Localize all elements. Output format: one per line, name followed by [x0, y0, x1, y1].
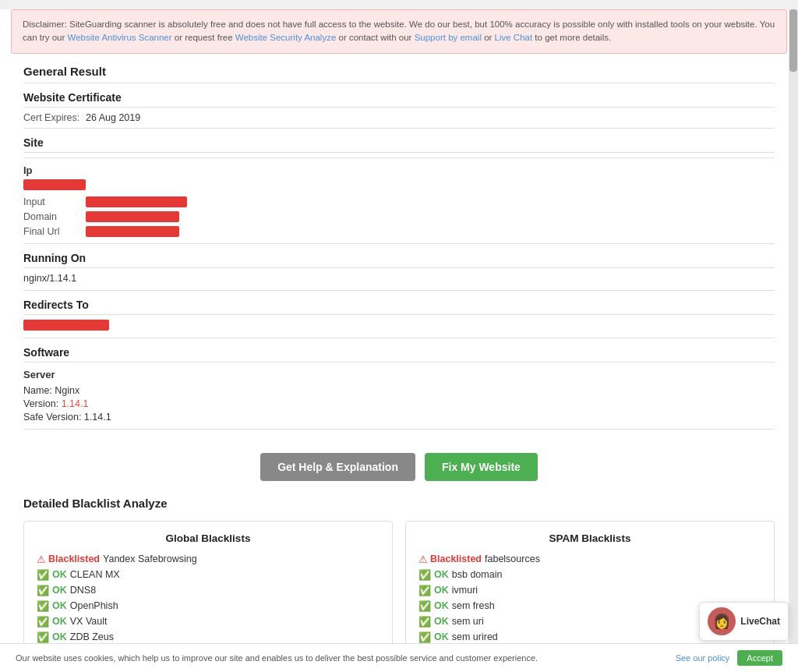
spam-warning-icon: ⚠	[418, 554, 428, 565]
site-title: Site	[23, 136, 775, 153]
running-on-title: Running On	[23, 252, 775, 268]
divider-1	[23, 83, 775, 83]
antivirus-scanner-link[interactable]: Website Antivirus Scanner	[68, 33, 172, 42]
final-url-row: Final Url	[23, 226, 775, 237]
ok-label: OK	[52, 569, 67, 580]
cookie-accept-button[interactable]: Accept	[737, 650, 782, 666]
item-name: DNS8	[70, 585, 96, 596]
divider-2	[23, 128, 775, 129]
cookie-policy-link[interactable]: See our policy	[676, 653, 730, 663]
ok-icon: ✅	[418, 616, 431, 628]
divider-4	[23, 243, 775, 244]
running-on-value: nginx/1.14.1	[23, 273, 775, 284]
input-row: Input	[23, 196, 775, 207]
server-version-value: 1.14.1	[62, 398, 89, 409]
redirects-to-title: Redirects To	[23, 299, 775, 315]
global-blacklisted-name: Yandex Safebrowsing	[103, 554, 197, 564]
ok-label: OK	[52, 600, 67, 611]
item-name: sem fresh	[452, 600, 495, 611]
divider-7	[23, 429, 775, 430]
disclaimer-mid1: or request free	[172, 33, 235, 42]
livechat-avatar: 👩	[708, 607, 736, 635]
list-item: ✅OKbsb domain	[418, 569, 761, 581]
item-name: ivmuri	[452, 585, 478, 596]
running-on-section: Running On nginx/1.14.1	[23, 252, 775, 284]
list-item: ✅OKOpenPhish	[37, 600, 380, 612]
scrollbar-thumb[interactable]	[789, 9, 797, 72]
security-analyze-link[interactable]: Website Security Analyze	[235, 33, 337, 42]
divider-5	[23, 290, 775, 291]
input-redacted	[86, 196, 187, 207]
item-name: sem uri	[452, 616, 484, 627]
ok-icon: ✅	[418, 569, 431, 581]
domain-redacted	[86, 211, 179, 222]
ok-label: OK	[434, 569, 449, 580]
server-safe-version-label: Safe Version:	[23, 412, 81, 423]
live-chat-link[interactable]: Live Chat	[495, 33, 533, 42]
server-label: Server	[23, 369, 775, 380]
detailed-blacklist-title: Detailed Blacklist Analyze	[23, 497, 775, 510]
server-safe-version-value: 1.14.1	[84, 412, 111, 423]
cert-expires-row: Cert Expires: 26 Aug 2019	[23, 112, 775, 123]
ok-label: OK	[434, 631, 449, 642]
list-item: ✅OKVX Vault	[37, 616, 380, 628]
final-url-redacted	[86, 226, 179, 237]
software-title: Software	[23, 346, 775, 363]
disclaimer-end: to get more details.	[532, 33, 611, 42]
server-version-label: Version:	[23, 398, 58, 409]
divider-6	[23, 338, 775, 338]
website-certificate-title: Website Certificate	[23, 91, 775, 108]
livechat-label: LiveChat	[740, 616, 780, 627]
ip-label: Ip	[23, 164, 775, 176]
ok-label: OK	[434, 585, 449, 596]
domain-row: Domain	[23, 211, 775, 222]
global-blacklist-title: Global Blacklists	[37, 532, 380, 544]
cert-expires-value: 26 Aug 2019	[86, 112, 140, 123]
global-warning-icon: ⚠	[37, 554, 46, 565]
redirects-to-redacted	[23, 320, 109, 331]
software-section: Software Server Name: Nginx Version: 1.1…	[23, 346, 775, 423]
global-blacklisted-row: ⚠ Blacklisted Yandex Safebrowsing	[37, 554, 380, 565]
ok-icon: ✅	[37, 569, 49, 581]
server-section: Server Name: Nginx Version: 1.14.1 Safe …	[23, 369, 775, 423]
spam-blacklisted-label: Blacklisted	[430, 554, 482, 564]
ok-label: OK	[52, 631, 67, 642]
item-name: VX Vault	[70, 616, 108, 627]
spam-blacklist-title: SPAM Blacklists	[418, 532, 761, 544]
item-name: sem urired	[452, 631, 498, 642]
disclaimer-box: Disclaimer: SiteGuarding scanner is abso…	[11, 9, 787, 54]
ip-redacted	[23, 179, 86, 190]
item-name: ZDB Zeus	[70, 631, 114, 642]
server-version-row: Version: 1.14.1	[23, 398, 775, 409]
cookie-text: Our website uses cookies, which help us …	[16, 653, 538, 663]
general-result-title: General Result	[23, 65, 775, 78]
support-email-link[interactable]: Support by email	[415, 33, 482, 42]
ok-icon: ✅	[418, 631, 431, 643]
cookie-bar: Our website uses cookies, which help us …	[0, 643, 798, 672]
server-safe-version-row: Safe Version: 1.14.1	[23, 412, 775, 423]
item-name: bsb domain	[452, 569, 503, 580]
ok-label: OK	[52, 616, 67, 627]
spam-blacklisted-name: fabelsources	[485, 554, 540, 564]
item-name: CLEAN MX	[70, 569, 120, 580]
fix-my-website-button[interactable]: Fix My Website	[425, 453, 538, 481]
livechat-widget[interactable]: 👩 LiveChat	[699, 602, 789, 641]
list-item: ✅OKivmuri	[418, 585, 761, 596]
disclaimer-mid3: or	[482, 33, 495, 42]
item-name: OpenPhish	[70, 600, 118, 611]
server-name-label: Name:	[23, 385, 52, 396]
divider-3	[23, 157, 775, 158]
ok-label: OK	[434, 600, 449, 611]
ip-section: Ip Input Domain Final Url	[23, 164, 775, 237]
action-buttons-row: Get Help & Explanation Fix My Website	[23, 453, 775, 481]
list-item: ✅OKZDB Zeus	[37, 631, 380, 643]
help-explanation-button[interactable]: Get Help & Explanation	[260, 453, 415, 481]
global-blacklisted-label: Blacklisted	[48, 554, 100, 564]
ok-label: OK	[52, 585, 67, 596]
ok-icon: ✅	[418, 600, 431, 612]
ok-label: OK	[434, 616, 449, 627]
scrollbar-track[interactable]	[789, 9, 798, 672]
server-name-value: Nginx	[55, 385, 79, 396]
ok-icon: ✅	[37, 600, 49, 612]
ok-icon: ✅	[418, 585, 431, 596]
